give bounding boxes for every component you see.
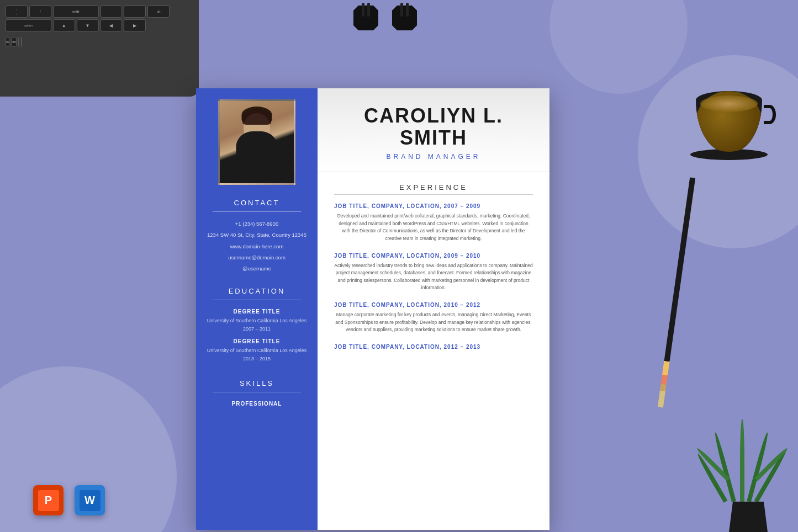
contact-website: www.domain-here.com [230,243,284,250]
key: / [29,6,51,18]
job-entry-1: JOB TITLE, COMPANY, LOCATION, 2007 – 200… [334,203,533,242]
app-icons: P W [33,485,105,515]
key [101,6,123,18]
binder-clips [353,3,417,36]
resume-main-content: CAROLIYN L. SMITH BRAND MANAGER EXPERIEN… [318,88,549,530]
key-ctrl: ctrl [11,37,17,47]
job-3-title: JOB TITLE, COMPANY, LOCATION, 2010 – 201… [334,302,533,308]
job-entry-4: JOB TITLE, COMPANY, LOCATION, 2012 – 201… [334,344,533,350]
job-3-description: Manage corporate marketing for key produ… [334,311,533,334]
education-section: EDUCATION DEGREE TITLE University of Sou… [196,287,318,368]
key: ▲ [53,19,75,31]
key-alt: alt [147,6,170,18]
key [124,6,146,18]
resume-sidebar: CONTACT +1 (234) 567-8900 1234 SW 40 St,… [196,88,318,530]
degree-1-years: 2007 – 2011 [243,326,271,332]
education-title: EDUCATION [229,287,286,295]
binder-clip-1 [353,3,378,36]
skills-divider [213,392,301,392]
key [21,37,22,47]
contact-phone: +1 (234) 567-8900 [235,220,278,227]
person-job-title: BRAND MANAGER [337,153,530,161]
cup-body [696,91,762,152]
degree-2-years: 2013 – 2015 [243,356,271,361]
resume-document: CONTACT +1 (234) 567-8900 1234 SW 40 St,… [196,88,549,530]
key: ▼ [77,19,99,31]
job-entry-3: JOB TITLE, COMPANY, LOCATION, 2010 – 201… [334,302,533,334]
contact-section: CONTACT +1 (234) 567-8900 1234 SW 40 St,… [196,199,318,276]
contact-address: 1234 SW 40 St, City, State, Country 1234… [207,231,306,238]
resume-header: CAROLIYN L. SMITH BRAND MANAGER [318,88,549,172]
education-divider [213,300,301,300]
plant-leaves-container [712,380,784,502]
resume-body: EXPERIENCE JOB TITLE, COMPANY, LOCATION,… [318,172,549,530]
plant-pot [729,502,768,532]
contact-title: CONTACT [234,199,280,207]
coffee-cup [693,88,765,160]
contact-divider [213,211,301,212]
key [18,37,19,47]
cup-foam [700,95,758,112]
plant [712,380,784,532]
key-shift: shift [53,6,99,18]
powerpoint-icon: P [33,485,64,515]
experience-section-title: EXPERIENCE [334,183,533,191]
skills-section: SKILLS PROFESSIONAL [196,379,318,409]
cup-handle [764,105,776,124]
key: ▶ [124,19,146,31]
contact-email: username@domain.com [228,254,286,261]
key-option: option [6,19,51,31]
binder-clip-2 [392,3,417,36]
plant-leaf [740,419,744,502]
job-1-title: JOB TITLE, COMPANY, LOCATION, 2007 – 200… [334,203,533,209]
job-1-description: Developed and maintained print/web colla… [334,212,533,242]
key: ·: [6,6,28,18]
skills-subtitle: PROFESSIONAL [232,401,282,407]
job-4-title: JOB TITLE, COMPANY, LOCATION, 2012 – 201… [334,344,533,350]
degree-1-university: University of Southern California Los An… [207,317,307,324]
degree-2-title: DEGREE TITLE [234,338,281,344]
degree-1-title: DEGREE TITLE [234,308,281,315]
job-2-title: JOB TITLE, COMPANY, LOCATION, 2009 – 201… [334,253,533,259]
word-icon: W [75,485,105,515]
skills-title: SKILLS [240,379,274,387]
key: ◀ [101,19,123,31]
experience-divider [334,194,533,195]
laptop-keyboard: ·: / shift alt option ▲ ▼ ◀ ▶ fn ctrl [0,0,199,97]
person-name: CAROLIYN L. SMITH [337,105,530,148]
word-icon-inner: W [80,490,101,511]
background-circle-top-right [549,0,688,94]
powerpoint-icon-inner: P [38,490,59,511]
degree-2-university: University of Southern California Los An… [207,347,307,354]
job-2-description: Actively researched industry trends to b… [334,262,533,292]
job-entry-2: JOB TITLE, COMPANY, LOCATION, 2009 – 201… [334,253,533,292]
key-fn: fn [6,37,9,47]
contact-social: @username [242,265,271,272]
profile-photo [218,99,295,185]
